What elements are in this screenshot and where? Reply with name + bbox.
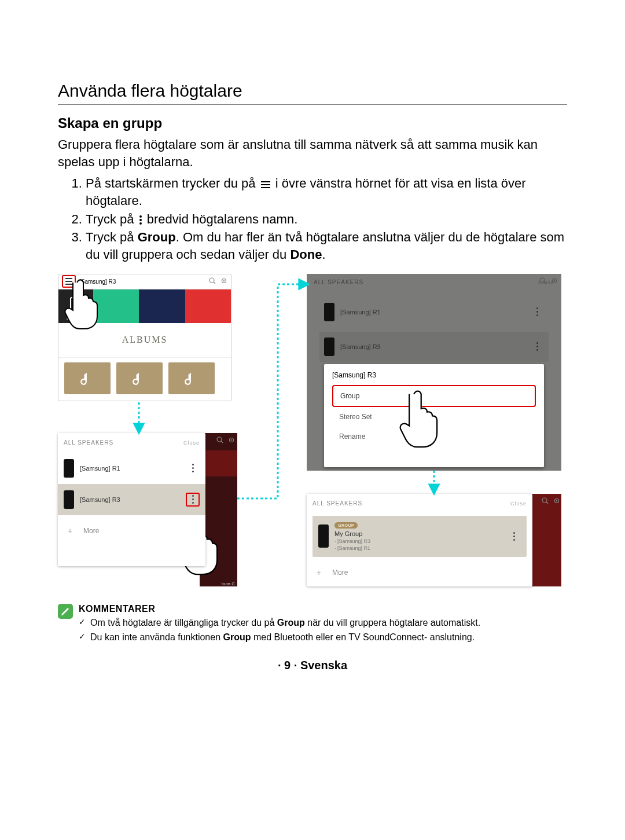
search-icon[interactable]	[539, 277, 546, 286]
svg-point-19	[554, 280, 555, 281]
kebab-button[interactable]	[186, 461, 200, 475]
step-2: Tryck på bredvid högtalarens namn.	[86, 211, 567, 228]
note-2-a: Du kan inte använda funktionen	[90, 632, 223, 642]
footer-dot: ·	[278, 659, 284, 672]
note-2: Du kan inte använda funktionen Group med…	[79, 631, 567, 644]
group-info: GROUP My Group · [Samsung] R3 · [Samsung…	[334, 520, 370, 552]
group-member-2: · [Samsung] R1	[334, 545, 370, 552]
panel-header: ALL SPEAKERS Close	[307, 494, 532, 513]
note-1: Om två högtalare är tillgängliga trycker…	[79, 617, 567, 629]
speaker-icon	[318, 524, 329, 548]
speaker-row-r3: [Samsung] R3	[319, 332, 549, 362]
menu-item-rename[interactable]: Rename	[332, 427, 536, 446]
hamburger-icon	[260, 181, 271, 189]
svg-line-21	[546, 502, 548, 504]
note-1-group: Group	[277, 618, 305, 628]
notes-icon	[58, 604, 73, 619]
album-thumb[interactable]	[116, 362, 163, 394]
menu-item-stereo[interactable]: Stereo Set	[332, 407, 536, 427]
speaker-row-r1: [Samsung] R1	[319, 297, 549, 327]
step-3: Tryck på Group. Om du har fler än två hö…	[86, 229, 567, 263]
step-3-text-c: .	[322, 247, 325, 262]
source-tile-1[interactable]	[93, 289, 139, 323]
search-icon[interactable]	[216, 436, 223, 445]
more-label: More	[332, 568, 348, 577]
phone-icon	[70, 297, 82, 314]
gear-icon[interactable]	[553, 497, 560, 506]
close-button[interactable]: Close	[183, 440, 200, 446]
section-subtitle: Skapa en grupp	[58, 115, 567, 131]
source-tile-2[interactable]	[139, 289, 185, 323]
screenshot-home: [Samsung] R3 My Phone ALBUMS	[58, 274, 231, 401]
background-panel	[530, 494, 561, 586]
plus-icon: +	[312, 566, 325, 579]
speaker-row-r1[interactable]: [Samsung] R1	[58, 453, 205, 484]
speaker-name: [Samsung] R1	[340, 309, 381, 316]
kebab-button	[530, 305, 544, 319]
svg-line-9	[214, 282, 215, 284]
album-thumb[interactable]	[168, 362, 215, 394]
more-label: More	[83, 527, 99, 535]
group-member-1: · [Samsung] R3	[334, 538, 370, 545]
footer-dot2: ·	[291, 659, 300, 672]
source-tiles: My Phone	[58, 289, 231, 323]
note-2-group: Group	[223, 632, 251, 642]
svg-point-23	[556, 500, 557, 501]
screenshot-grouped: ALL SPEAKERS Close GROUP My Group · [Sam…	[307, 494, 561, 586]
svg-point-20	[542, 498, 547, 502]
panel-title: ALL SPEAKERS	[312, 500, 362, 507]
more-row[interactable]: + More	[307, 557, 532, 588]
kebab-button[interactable]	[507, 529, 521, 543]
source-tile-3[interactable]	[185, 289, 231, 323]
myphone-label: My Phone	[67, 317, 85, 321]
screenshot-context-menu: ALL SPEAKERS Close [Samsung] R1 [Samsung…	[307, 274, 561, 471]
svg-point-5	[139, 222, 142, 225]
notes-list: Om två högtalare är tillgängliga trycker…	[79, 617, 567, 644]
app-header: [Samsung] R3	[58, 274, 231, 289]
note-2-b: med Bluetooth eller en TV SoundConnect- …	[251, 632, 475, 642]
kebab-button-highlighted[interactable]	[186, 493, 200, 507]
kebab-icon	[139, 215, 142, 225]
svg-point-11	[223, 280, 225, 281]
screenshots-area: [Samsung] R3 My Phone ALBUMS	[58, 274, 567, 592]
group-badge: GROUP	[334, 522, 358, 529]
group-name: My Group	[334, 530, 370, 538]
speaker-icon	[324, 338, 334, 356]
menu-item-group[interactable]: Group	[332, 385, 536, 407]
screenshot-speaker-list: ALL SPEAKERS Close [Samsung] R1 [Samsung…	[58, 433, 237, 586]
footer-language: Svenska	[300, 659, 347, 672]
search-icon[interactable]	[209, 277, 216, 285]
speaker-name: [Samsung] R3	[340, 343, 381, 350]
panel-header: ALL SPEAKERS Close	[307, 274, 561, 291]
step-1-text-a: På startskärmen trycker du på	[86, 176, 259, 190]
step-3-done: Done	[290, 247, 322, 262]
speaker-icon	[64, 490, 74, 509]
header-title: [Samsung] R3	[79, 278, 209, 285]
album-thumb[interactable]	[64, 362, 111, 394]
search-icon[interactable]	[542, 497, 549, 506]
notes-title: KOMMENTARER	[79, 604, 567, 614]
gear-icon[interactable]	[228, 436, 235, 445]
speakers-panel: ALL SPEAKERS Close [Samsung] R1 [Samsung…	[58, 433, 205, 566]
speaker-name: [Samsung] R3	[80, 496, 120, 503]
menu-button[interactable]	[62, 275, 76, 288]
svg-point-15	[231, 439, 232, 441]
group-row[interactable]: GROUP My Group · [Samsung] R3 · [Samsung…	[312, 516, 527, 557]
album-thumbnails	[58, 358, 231, 399]
more-row[interactable]: + More	[58, 515, 205, 546]
speaker-icon	[64, 459, 74, 478]
svg-point-12	[217, 437, 222, 442]
step-3-text-a: Tryck på	[86, 230, 138, 244]
gear-icon[interactable]	[551, 277, 558, 286]
footer-page-number: 9	[284, 659, 291, 672]
source-myphone[interactable]: My Phone	[58, 289, 93, 323]
gear-icon[interactable]	[220, 277, 227, 285]
close-button[interactable]: Close	[510, 501, 527, 507]
speaker-row-r3[interactable]: [Samsung] R3	[58, 484, 205, 515]
album-c-label: bum C	[221, 581, 235, 586]
svg-point-3	[139, 215, 142, 218]
note-1-b: när du vill gruppera högtalare automatis…	[305, 618, 480, 628]
speakers-panel: ALL SPEAKERS Close GROUP My Group · [Sam…	[307, 494, 532, 586]
speaker-name: [Samsung] R1	[80, 465, 120, 472]
menu-title: [Samsung] R3	[332, 371, 536, 379]
